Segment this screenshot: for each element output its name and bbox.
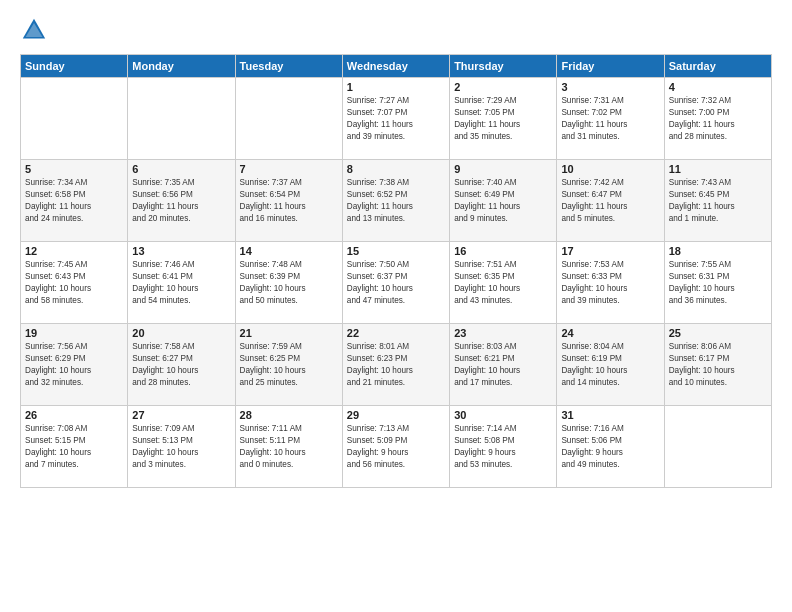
calendar-cell: 10Sunrise: 7:42 AMSunset: 6:47 PMDayligh… [557,160,664,242]
day-info: Sunrise: 7:37 AMSunset: 6:54 PMDaylight:… [240,177,338,225]
day-info: Sunrise: 7:56 AMSunset: 6:29 PMDaylight:… [25,341,123,389]
day-info: Sunrise: 7:50 AMSunset: 6:37 PMDaylight:… [347,259,445,307]
day-number: 28 [240,409,338,421]
calendar-cell: 2Sunrise: 7:29 AMSunset: 7:05 PMDaylight… [450,78,557,160]
day-number: 23 [454,327,552,339]
calendar-cell: 25Sunrise: 8:06 AMSunset: 6:17 PMDayligh… [664,324,771,406]
calendar-cell: 28Sunrise: 7:11 AMSunset: 5:11 PMDayligh… [235,406,342,488]
calendar-header-saturday: Saturday [664,55,771,78]
calendar-cell: 5Sunrise: 7:34 AMSunset: 6:58 PMDaylight… [21,160,128,242]
calendar-week-row: 26Sunrise: 7:08 AMSunset: 5:15 PMDayligh… [21,406,772,488]
day-info: Sunrise: 7:31 AMSunset: 7:02 PMDaylight:… [561,95,659,143]
calendar-cell: 21Sunrise: 7:59 AMSunset: 6:25 PMDayligh… [235,324,342,406]
day-info: Sunrise: 7:14 AMSunset: 5:08 PMDaylight:… [454,423,552,471]
logo-icon [20,16,48,44]
calendar-cell: 12Sunrise: 7:45 AMSunset: 6:43 PMDayligh… [21,242,128,324]
calendar-cell: 4Sunrise: 7:32 AMSunset: 7:00 PMDaylight… [664,78,771,160]
calendar-cell: 15Sunrise: 7:50 AMSunset: 6:37 PMDayligh… [342,242,449,324]
day-number: 1 [347,81,445,93]
calendar-cell: 3Sunrise: 7:31 AMSunset: 7:02 PMDaylight… [557,78,664,160]
day-number: 21 [240,327,338,339]
day-info: Sunrise: 7:13 AMSunset: 5:09 PMDaylight:… [347,423,445,471]
day-info: Sunrise: 7:11 AMSunset: 5:11 PMDaylight:… [240,423,338,471]
calendar-header-thursday: Thursday [450,55,557,78]
calendar-cell: 7Sunrise: 7:37 AMSunset: 6:54 PMDaylight… [235,160,342,242]
day-info: Sunrise: 7:51 AMSunset: 6:35 PMDaylight:… [454,259,552,307]
calendar-cell: 23Sunrise: 8:03 AMSunset: 6:21 PMDayligh… [450,324,557,406]
day-info: Sunrise: 7:55 AMSunset: 6:31 PMDaylight:… [669,259,767,307]
day-number: 10 [561,163,659,175]
day-info: Sunrise: 7:42 AMSunset: 6:47 PMDaylight:… [561,177,659,225]
day-number: 16 [454,245,552,257]
day-number: 25 [669,327,767,339]
day-number: 15 [347,245,445,257]
calendar-cell: 22Sunrise: 8:01 AMSunset: 6:23 PMDayligh… [342,324,449,406]
calendar-table: SundayMondayTuesdayWednesdayThursdayFrid… [20,54,772,488]
day-info: Sunrise: 8:06 AMSunset: 6:17 PMDaylight:… [669,341,767,389]
day-number: 31 [561,409,659,421]
day-number: 2 [454,81,552,93]
day-number: 22 [347,327,445,339]
day-info: Sunrise: 7:29 AMSunset: 7:05 PMDaylight:… [454,95,552,143]
day-info: Sunrise: 7:40 AMSunset: 6:49 PMDaylight:… [454,177,552,225]
day-number: 19 [25,327,123,339]
day-info: Sunrise: 7:16 AMSunset: 5:06 PMDaylight:… [561,423,659,471]
day-number: 20 [132,327,230,339]
day-info: Sunrise: 7:48 AMSunset: 6:39 PMDaylight:… [240,259,338,307]
calendar-cell: 8Sunrise: 7:38 AMSunset: 6:52 PMDaylight… [342,160,449,242]
day-info: Sunrise: 7:46 AMSunset: 6:41 PMDaylight:… [132,259,230,307]
day-info: Sunrise: 7:32 AMSunset: 7:00 PMDaylight:… [669,95,767,143]
calendar-cell: 16Sunrise: 7:51 AMSunset: 6:35 PMDayligh… [450,242,557,324]
calendar-header-row: SundayMondayTuesdayWednesdayThursdayFrid… [21,55,772,78]
calendar-cell: 17Sunrise: 7:53 AMSunset: 6:33 PMDayligh… [557,242,664,324]
day-info: Sunrise: 7:27 AMSunset: 7:07 PMDaylight:… [347,95,445,143]
day-number: 17 [561,245,659,257]
day-number: 24 [561,327,659,339]
calendar-header-tuesday: Tuesday [235,55,342,78]
day-info: Sunrise: 7:59 AMSunset: 6:25 PMDaylight:… [240,341,338,389]
calendar-cell: 9Sunrise: 7:40 AMSunset: 6:49 PMDaylight… [450,160,557,242]
calendar-cell: 18Sunrise: 7:55 AMSunset: 6:31 PMDayligh… [664,242,771,324]
day-info: Sunrise: 7:35 AMSunset: 6:56 PMDaylight:… [132,177,230,225]
calendar-header-wednesday: Wednesday [342,55,449,78]
day-info: Sunrise: 7:09 AMSunset: 5:13 PMDaylight:… [132,423,230,471]
day-number: 29 [347,409,445,421]
day-info: Sunrise: 7:53 AMSunset: 6:33 PMDaylight:… [561,259,659,307]
calendar-cell: 20Sunrise: 7:58 AMSunset: 6:27 PMDayligh… [128,324,235,406]
calendar-cell [664,406,771,488]
calendar-cell: 27Sunrise: 7:09 AMSunset: 5:13 PMDayligh… [128,406,235,488]
day-number: 26 [25,409,123,421]
logo [20,16,52,44]
day-info: Sunrise: 7:43 AMSunset: 6:45 PMDaylight:… [669,177,767,225]
day-number: 7 [240,163,338,175]
header [20,16,772,44]
calendar-cell: 14Sunrise: 7:48 AMSunset: 6:39 PMDayligh… [235,242,342,324]
day-info: Sunrise: 7:34 AMSunset: 6:58 PMDaylight:… [25,177,123,225]
calendar-cell: 30Sunrise: 7:14 AMSunset: 5:08 PMDayligh… [450,406,557,488]
calendar-week-row: 5Sunrise: 7:34 AMSunset: 6:58 PMDaylight… [21,160,772,242]
day-number: 12 [25,245,123,257]
day-number: 3 [561,81,659,93]
calendar-week-row: 19Sunrise: 7:56 AMSunset: 6:29 PMDayligh… [21,324,772,406]
day-number: 5 [25,163,123,175]
calendar-cell: 24Sunrise: 8:04 AMSunset: 6:19 PMDayligh… [557,324,664,406]
day-number: 18 [669,245,767,257]
calendar-week-row: 1Sunrise: 7:27 AMSunset: 7:07 PMDaylight… [21,78,772,160]
calendar-cell: 29Sunrise: 7:13 AMSunset: 5:09 PMDayligh… [342,406,449,488]
calendar-cell [21,78,128,160]
day-number: 8 [347,163,445,175]
calendar-cell [128,78,235,160]
day-info: Sunrise: 7:38 AMSunset: 6:52 PMDaylight:… [347,177,445,225]
day-number: 14 [240,245,338,257]
day-info: Sunrise: 8:04 AMSunset: 6:19 PMDaylight:… [561,341,659,389]
calendar-week-row: 12Sunrise: 7:45 AMSunset: 6:43 PMDayligh… [21,242,772,324]
calendar-cell: 6Sunrise: 7:35 AMSunset: 6:56 PMDaylight… [128,160,235,242]
day-number: 30 [454,409,552,421]
calendar-header-friday: Friday [557,55,664,78]
calendar-header-monday: Monday [128,55,235,78]
day-number: 6 [132,163,230,175]
day-number: 13 [132,245,230,257]
calendar-cell: 1Sunrise: 7:27 AMSunset: 7:07 PMDaylight… [342,78,449,160]
calendar-cell: 26Sunrise: 7:08 AMSunset: 5:15 PMDayligh… [21,406,128,488]
calendar-cell [235,78,342,160]
